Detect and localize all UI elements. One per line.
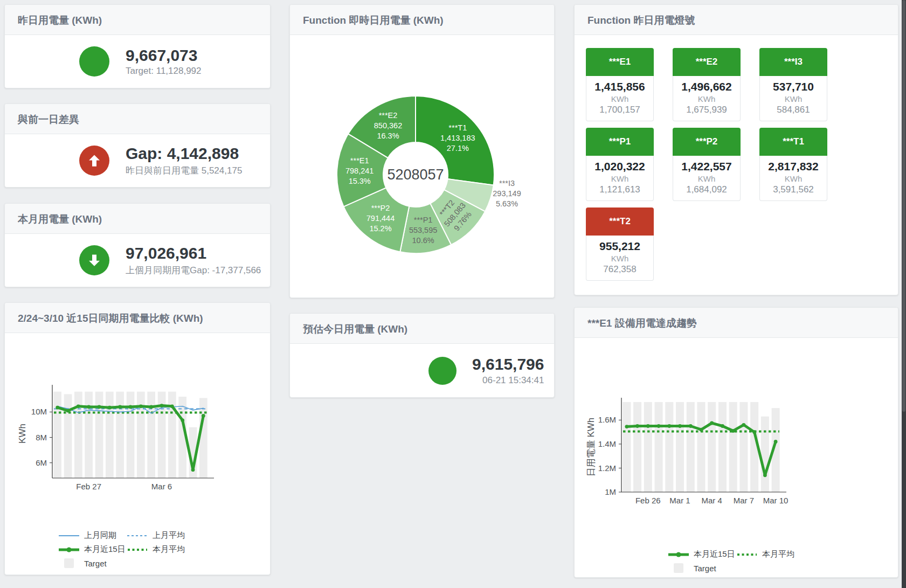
data-point[interactable] [56,406,59,410]
card-estimate-today: 預估今日用電量 (KWh) 9,615,796 06-21 15:34:41 [289,313,555,398]
tile-body: 537,710KWh584,861 [759,76,827,121]
tile-label: ***E2 [673,48,741,76]
data-point[interactable] [700,428,703,432]
legend-item[interactable]: 本月平均 [127,544,195,555]
svg-text:553,595: 553,595 [409,226,437,234]
card-title: 2/24~3/10 近15日同期用電量比較 (KWh) [5,303,270,333]
svg-text:850,362: 850,362 [374,121,402,130]
legend-marker [668,551,689,558]
legend-item[interactable]: 上月平均 [127,530,195,541]
data-point[interactable] [87,405,91,409]
target-bar [739,402,748,492]
tile-target: 1,675,939 [674,105,739,115]
svg-text:15.3%: 15.3% [349,177,371,185]
legend-item[interactable]: 本月近15日 [58,544,127,555]
data-point[interactable] [149,405,153,409]
target-bar [147,392,155,478]
tile-label: ***P2 [673,128,741,156]
target-bar [761,417,769,492]
tile-label: ***T2 [586,207,654,236]
tile-label: ***T1 [759,128,827,156]
data-point[interactable] [689,424,693,428]
target-bar [687,402,695,492]
data-point[interactable] [752,430,756,434]
data-point[interactable] [181,418,184,422]
data-point[interactable] [646,424,650,428]
energy-dashboard: 昨日用電量 (KWh) 9,667,073 Target: 11,128,992… [0,0,906,588]
svg-text:27.1%: 27.1% [447,144,469,153]
data-point[interactable] [191,468,195,472]
svg-text:Mar 6: Mar 6 [151,482,172,491]
legend-item[interactable]: Target [58,558,127,568]
legend-marker [58,547,80,553]
data-point[interactable] [710,421,714,425]
data-point[interactable] [657,424,661,428]
arrow-up-circle-icon [79,146,109,176]
legend-label: 本月近15日 [694,549,735,559]
data-point[interactable] [108,406,112,410]
target-bar [644,402,652,492]
svg-text:***I3: ***I3 [499,179,515,188]
legend-label: 本月近15日 [84,544,126,555]
legend-row: 本月近15日本月平均 [668,549,898,559]
data-point[interactable] [77,404,80,408]
tile-target: 1,121,613 [587,184,652,195]
tile-target: 584,861 [761,105,826,115]
comparison-chart[interactable]: 6M8M10MFeb 27Mar 6KWh [5,333,262,525]
scrollbar[interactable] [902,0,906,588]
tile-unit: KWh [674,174,739,183]
target-bar [53,392,61,478]
legend-item[interactable]: Target [668,563,736,573]
kpi-subtitle: Target: 11,128,992 [126,66,202,77]
data-point[interactable] [678,424,682,428]
data-point[interactable] [667,424,671,428]
svg-text:8M: 8M [36,433,47,442]
data-point[interactable] [721,424,724,428]
scrollbar-thumb[interactable] [902,0,905,412]
data-point[interactable] [118,405,122,409]
e1-trend-chart[interactable]: 1M1.2M1.4M1.6MFeb 26Mar 1Mar 4Mar 7Mar 1… [575,338,893,544]
data-point[interactable] [763,473,767,477]
data-point[interactable] [98,405,101,409]
legend-item[interactable]: 上月同期 [58,530,127,541]
realtime-usage-donut-chart[interactable]: ***T11,413,18327.1%***I3293,1495.63%***T… [290,35,554,297]
legend-marker [127,532,148,539]
data-point[interactable] [742,423,746,427]
target-bar [697,402,706,492]
legend-label: 本月平均 [153,544,185,555]
kpi-value: 9,615,796 [472,355,544,373]
tile-target: 1,700,157 [587,105,652,115]
kpi-subtitle: 昨日與前日用電量 5,524,175 [126,164,242,177]
target-bar [199,398,208,479]
tile-value: 1,496,662 [674,80,739,93]
target-bar [106,392,114,478]
target-bar [64,394,72,478]
legend-marker [58,558,80,568]
legend-row: Target [668,563,898,573]
data-point[interactable] [139,404,143,408]
legend-item[interactable]: 本月平均 [736,549,805,559]
data-point[interactable] [635,424,639,428]
kpi-subtitle: 上個月同期用電Gap: -17,377,566 [126,264,261,276]
target-bar [708,402,716,492]
data-point[interactable] [160,404,164,407]
data-point[interactable] [774,440,778,444]
data-point[interactable] [202,414,205,418]
target-bar [95,392,103,478]
target-bar [729,402,737,492]
data-point[interactable] [731,429,735,433]
data-point[interactable] [66,409,70,413]
svg-text:KWh: KWh [17,424,27,444]
svg-text:16.3%: 16.3% [377,132,399,140]
data-point[interactable] [625,425,629,428]
svg-text:1.4M: 1.4M [598,439,616,448]
data-point[interactable] [170,404,174,408]
card-title: 與前一日差異 [5,104,270,134]
legend-item[interactable]: 本月近15日 [668,549,736,559]
lamp-tile-E1: ***E11,415,856KWh1,700,157 [586,48,654,121]
legend-marker [127,547,148,553]
svg-text:1,413,183: 1,413,183 [440,134,475,142]
chart-legend: 上月同期上月平均本月近15日本月平均Target [5,530,270,572]
data-point[interactable] [129,405,133,409]
tile-value: 955,212 [587,240,652,253]
